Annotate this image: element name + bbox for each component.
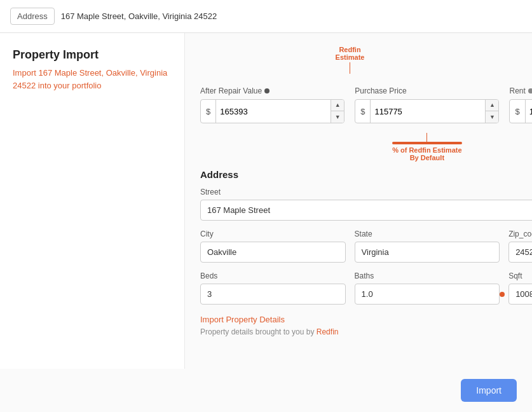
redfin-brand: Redfin xyxy=(317,327,339,336)
sqft-field: Sqft xyxy=(508,271,532,305)
street-label: Street xyxy=(200,188,532,196)
zip-label: Zip_code xyxy=(508,230,532,238)
baths-label: Baths xyxy=(355,271,500,280)
baths-input[interactable] xyxy=(355,284,500,305)
zip-input[interactable] xyxy=(508,242,532,263)
city-input[interactable] xyxy=(200,242,346,263)
rent-input[interactable] xyxy=(526,100,532,123)
state-label: State xyxy=(355,230,500,238)
address-value: 167 Maple Street, Oakville, Viriginia 24… xyxy=(61,11,217,21)
import-button[interactable]: Import xyxy=(461,379,517,402)
address-label: Address xyxy=(10,8,55,25)
purchase-spinner[interactable]: ▲ ▼ xyxy=(485,100,498,123)
import-property-details-link[interactable]: Import Property Details xyxy=(200,315,285,324)
arv-label: After Repair Value xyxy=(200,86,344,95)
redfin-estimate-annotation: Redfin Estimate xyxy=(325,46,376,74)
sqft-label: Sqft xyxy=(508,271,532,280)
state-field: State xyxy=(355,230,500,263)
redfin-credit: Property details brought to you by Redfi… xyxy=(200,327,532,336)
purchase-up-btn[interactable]: ▲ xyxy=(486,100,498,111)
state-input[interactable] xyxy=(355,242,500,263)
purchase-currency-symbol: $ xyxy=(355,100,371,123)
percent-redfin-annotation: % of Redfin Estimate By Default xyxy=(392,133,462,161)
sidebar-subtitle: Import 167 Maple Street, Oakville, Virgi… xyxy=(13,67,172,92)
purchase-input[interactable] xyxy=(371,100,485,123)
footer-links: Import Property Details Property details… xyxy=(200,313,532,336)
beds-label: Beds xyxy=(200,271,346,280)
street-input[interactable] xyxy=(200,200,532,221)
arv-spinner[interactable]: ▲ ▼ xyxy=(331,100,344,123)
city-label: City xyxy=(200,230,346,238)
rent-label: Rent xyxy=(509,86,532,95)
street-field: Street xyxy=(200,188,532,221)
sidebar: Property Import Import 167 Maple Street,… xyxy=(0,33,184,369)
beds-baths-sqft-row: Beds Baths Sqft xyxy=(200,271,532,305)
beds-input[interactable] xyxy=(200,284,346,305)
purchase-down-btn[interactable]: ▼ xyxy=(486,111,498,123)
zip-field: Zip_code xyxy=(508,230,532,263)
rent-currency-symbol: $ xyxy=(510,100,525,123)
ann-text: % of Redfin Estimate By Default xyxy=(392,146,461,161)
arv-down-btn[interactable]: ▼ xyxy=(331,111,344,123)
purchase-label: Purchase Price xyxy=(355,86,499,95)
rent-field: Rent $ ▲ ▼ xyxy=(509,86,532,123)
arv-input-wrapper[interactable]: $ ▲ ▼ xyxy=(200,99,344,123)
rent-dot xyxy=(528,88,532,93)
purchase-price-field: Purchase Price $ ▲ ▼ % of Redfin Estimat… xyxy=(355,86,499,123)
form-panel: Redfin Estimate Redfin Rent Estimate Aft… xyxy=(184,33,532,369)
baths-field: Baths xyxy=(355,271,500,305)
arv-up-btn[interactable]: ▲ xyxy=(331,100,344,111)
annotations-row: Redfin Estimate Redfin Rent Estimate xyxy=(200,46,532,84)
bottom-bar: Import xyxy=(0,369,532,412)
arv-dot xyxy=(264,88,269,93)
ann-bar xyxy=(392,142,462,144)
beds-field: Beds xyxy=(200,271,346,305)
values-row: After Repair Value $ ▲ ▼ Purchase Price xyxy=(200,86,532,123)
arv-currency-symbol: $ xyxy=(201,100,216,123)
sqft-input[interactable] xyxy=(508,284,532,305)
address-bar: Address 167 Maple Street, Oakville, Viri… xyxy=(0,0,532,33)
city-field: City xyxy=(200,230,346,263)
annotation-spacer xyxy=(200,139,532,169)
rent-input-wrapper[interactable]: $ ▲ ▼ xyxy=(509,99,532,123)
address-section-title: Address xyxy=(200,169,532,180)
sidebar-title: Property Import xyxy=(13,48,172,62)
city-state-zip-row: City State Zip_code xyxy=(200,230,532,263)
arv-input[interactable] xyxy=(216,100,331,123)
arv-field: After Repair Value $ ▲ ▼ xyxy=(200,86,344,123)
ann-line xyxy=(426,133,427,142)
main-content: Property Import Import 167 Maple Street,… xyxy=(0,33,532,369)
sqft-dot xyxy=(500,292,505,297)
purchase-input-wrapper[interactable]: $ ▲ ▼ xyxy=(355,99,499,123)
